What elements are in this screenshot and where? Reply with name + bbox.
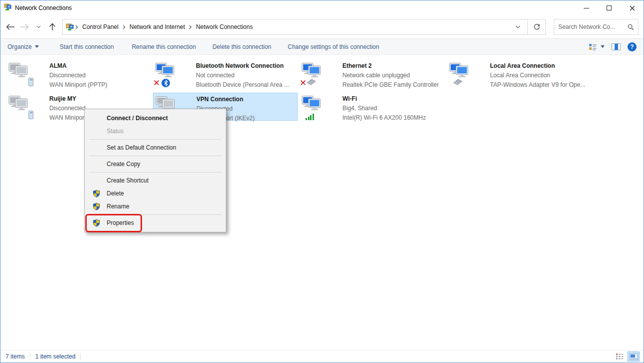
disconnected-x-icon: ✕ [153,79,160,87]
command-bar: Organize Start this connection Rename th… [0,38,644,55]
connection-tile-ethernet2[interactable]: ✕ Ethernet 2 Network cable unplugged Rea… [300,60,444,88]
large-icons-view-button[interactable] [628,352,640,362]
ethernet-adapter-icon [449,61,475,86]
wifi-adapter-icon [302,94,327,119]
ethernet-unplugged-icon: ✕ [302,61,327,86]
connection-tile-local-area[interactable]: Local Area Connection Local Area Connect… [447,60,592,88]
maximize-button[interactable] [598,0,621,15]
start-connection-button[interactable]: Start this connection [60,43,114,50]
chevron-down-icon [515,25,520,29]
selected-count: 1 item selected [30,353,81,360]
recent-locations-button[interactable] [31,19,45,34]
refresh-button[interactable] [528,19,546,35]
menu-item-rename[interactable]: Rename [85,200,226,213]
disconnected-x-icon: ✕ [300,79,307,87]
search-icon[interactable] [628,24,634,30]
connection-device: TAP-Windows Adapter V9 for Ope... [490,80,585,90]
connection-name: VPN Connection [196,95,255,104]
breadcrumb-control-panel[interactable]: Control Panel [79,23,122,30]
ethernet-plug-icon [307,78,317,87]
views-button[interactable] [589,43,605,51]
menu-item-connect-disconnect[interactable]: Connect / Disconnect [85,112,226,125]
breadcrumb-separator-icon [188,25,193,29]
connection-device: Bluetooth Device (Personal Area ... [196,80,289,90]
connection-name: Local Area Connection [490,61,585,71]
preview-pane-button[interactable] [612,43,621,50]
connection-name: Wi-Fi [342,94,426,104]
menu-separator [89,214,221,215]
rename-connection-button[interactable]: Rename this connection [132,43,196,50]
dialup-device-icon [28,111,33,119]
menu-item-set-default-connection[interactable]: Set as Default Connection [85,141,226,154]
connection-status: Not connected [196,71,289,80]
up-button[interactable] [45,19,59,34]
uac-shield-icon [93,189,107,197]
help-button[interactable]: ? [628,42,637,51]
network-connections-window: Network Connections Control Panel [0,0,644,363]
menu-item-delete[interactable]: Delete [85,187,226,200]
connection-tile-alma[interactable]: ALMA Disconnected WAN Miniport (PPTP) [6,60,151,88]
bluetooth-network-icon: ✕ [155,61,181,86]
change-settings-button[interactable]: Change settings of this connection [288,43,379,50]
menu-item-create-shortcut[interactable]: Create Shortcut [85,174,226,187]
chevron-down-icon [601,45,605,48]
connection-name: Ruijie MY [49,94,86,104]
dialup-device-icon [28,78,33,86]
wifi-signal-bars-icon [306,114,314,120]
connection-name: ALMA [49,61,107,71]
details-view-button[interactable] [614,352,626,362]
menu-item-create-copy[interactable]: Create Copy [85,158,226,171]
ethernet-plug-icon [453,78,463,87]
address-dropdown-button[interactable] [511,23,524,30]
window-title: Network Connections [15,4,72,11]
status-bar: 7 items 1 item selected [0,350,644,363]
close-button[interactable] [621,0,644,15]
breadcrumb-location-icon [66,23,74,31]
menu-item-properties[interactable]: Properties [85,216,226,229]
wan-miniport-icon [8,61,34,86]
connection-tile-wifi[interactable]: Wi-Fi Big4, Shared Intel(R) Wi-Fi 6 AX20… [300,93,444,121]
search-input[interactable] [558,23,628,30]
minimize-icon [584,8,589,8]
breadcrumb-separator-icon [74,25,79,29]
up-icon [49,23,56,31]
organize-button[interactable]: Organize [7,43,39,50]
items-count: 7 items [0,353,30,360]
large-icons-view-icon [630,354,638,360]
connection-status: Disconnected [49,104,86,113]
connections-list: ALMA Disconnected WAN Miniport (PPTP) ✕ … [0,55,644,350]
connection-tile-bluetooth[interactable]: ✕ Bluetooth Network Connection Not conne… [153,60,298,88]
minimize-button[interactable] [575,0,598,15]
maximize-icon [607,5,612,10]
connection-status: Network cable unplugged [342,71,439,80]
connection-device: WAN Miniport (PPTP) [49,80,107,90]
menu-item-status: Status [85,125,226,138]
delete-connection-button[interactable]: Delete this connection [212,43,271,50]
menu-separator [89,172,221,173]
back-button[interactable] [3,19,17,34]
uac-shield-icon [93,202,107,210]
chevron-down-icon [36,25,41,28]
navigation-bar: Control Panel Network and Internet Netwo… [0,15,644,38]
breadcrumb-network-connections[interactable]: Network Connections [193,23,256,30]
address-bar[interactable]: Control Panel Network and Internet Netwo… [62,19,528,35]
uac-shield-icon [93,219,107,227]
search-box [554,19,639,35]
forward-icon [20,23,29,30]
connection-device: WAN Miniport [49,113,86,123]
title-bar: Network Connections [0,0,644,15]
forward-button[interactable] [17,19,31,34]
breadcrumb-separator-icon [122,25,127,29]
wan-miniport-icon [8,94,34,119]
connection-name: Bluetooth Network Connection [196,61,289,71]
breadcrumb-network-and-internet[interactable]: Network and Internet [127,23,188,30]
views-icon [589,43,598,51]
close-icon [630,5,635,11]
connection-status: Big4, Shared [342,104,426,113]
organize-label: Organize [7,43,32,50]
context-menu: Connect / Disconnect Status Set as Defau… [84,109,226,232]
chevron-down-icon [35,45,39,48]
connection-status: Disconnected [49,71,107,80]
connection-device: Intel(R) Wi-Fi 6 AX200 160MHz [342,113,426,123]
connection-name: Ethernet 2 [342,61,439,71]
